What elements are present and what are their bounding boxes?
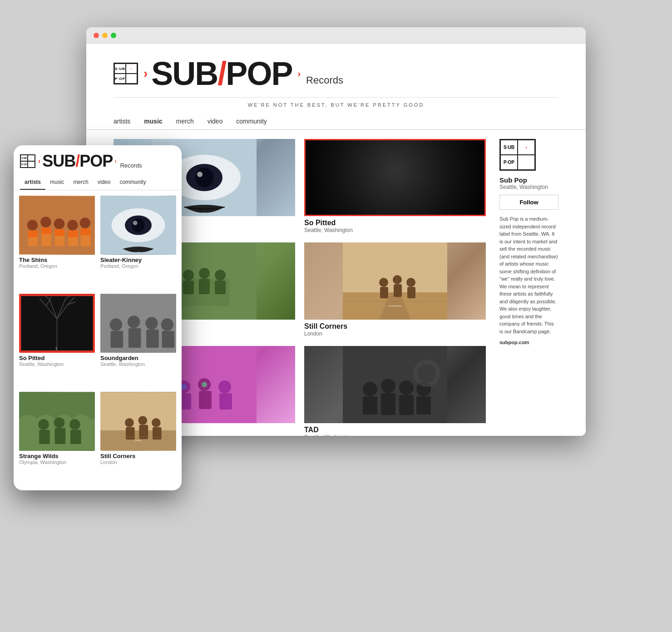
- svg-rect-77: [162, 331, 175, 348]
- mobile-arrow-2-icon: ›: [114, 158, 116, 164]
- mobile-logo-cell-2: ›: [28, 155, 35, 161]
- mobile-artist-loc-so-pitted: Seattle, Washington: [19, 361, 95, 367]
- sidebar-logo-cell-4: [518, 155, 535, 170]
- svg-rect-5: [345, 140, 445, 215]
- svg-point-33: [202, 382, 207, 387]
- artist-image-so-pitted: [304, 139, 486, 216]
- svg-rect-15: [215, 281, 226, 294]
- mobile-artist-loc-sleater-kinney: Portland, Oregon: [100, 263, 176, 269]
- site-navigation: artists music merch video community: [114, 112, 558, 129]
- close-dot[interactable]: [94, 33, 99, 38]
- artist-location-tad: Seattle, Washington: [304, 434, 486, 436]
- mobile-artist-name-strange-wilds: Strange Wilds: [19, 453, 95, 459]
- svg-point-19: [379, 278, 388, 287]
- sidebar-url[interactable]: subpop.com: [499, 340, 558, 345]
- logo-cell-2: ›: [126, 64, 137, 74]
- svg-rect-6: [346, 141, 445, 214]
- svg-point-23: [406, 278, 415, 287]
- svg-rect-22: [394, 284, 402, 297]
- svg-point-46: [27, 220, 38, 231]
- nav-item-music[interactable]: music: [144, 118, 162, 129]
- mobile-records-label: Records: [120, 162, 142, 171]
- logo-area: S·UB › P·OP › SUB/POP › Records: [114, 53, 558, 98]
- mobile-card-soundgarden[interactable]: Soundgarden Seattle, Washington: [100, 294, 176, 386]
- svg-point-21: [393, 275, 402, 284]
- follow-button[interactable]: Follow: [499, 195, 558, 210]
- svg-rect-56: [28, 231, 38, 237]
- browser-titlebar: [86, 27, 586, 44]
- svg-rect-82: [55, 428, 66, 444]
- svg-rect-71: [111, 331, 124, 348]
- svg-point-10: [183, 270, 194, 281]
- mobile-nav-merch[interactable]: merch: [69, 175, 93, 190]
- sidebar-logo-cell-3: P·OP: [500, 155, 518, 170]
- svg-rect-42: [416, 396, 431, 415]
- mobile-artist-loc-soundgarden: Seattle, Washington: [100, 361, 176, 367]
- mobile-nav-video[interactable]: video: [93, 175, 115, 190]
- artist-card-tad[interactable]: TAD Seattle, Washington: [304, 346, 486, 436]
- mobile-artist-loc-the-shins: Portland, Oregon: [19, 263, 95, 269]
- minimize-dot[interactable]: [102, 33, 108, 38]
- svg-rect-20: [380, 287, 388, 298]
- artist-location-still-corners: London: [304, 331, 486, 337]
- mobile-nav-community[interactable]: community: [115, 175, 150, 190]
- sidebar-description: Sub Pop is a medium-sized independent re…: [499, 215, 558, 335]
- svg-rect-38: [381, 393, 395, 415]
- mobile-nav-artists[interactable]: artists: [20, 175, 45, 190]
- nav-item-merch[interactable]: merch: [176, 118, 194, 129]
- svg-point-35: [363, 382, 377, 396]
- mobile-header: S·UB › P·OP › SUB/POP › Records artists …: [14, 145, 182, 190]
- mobile-artist-image-the-shins: [19, 196, 95, 255]
- svg-rect-40: [399, 395, 414, 415]
- site-tagline: WE'RE NOT THE BEST, BUT WE'RE PRETTY GOO…: [114, 98, 558, 112]
- svg-point-32: [181, 384, 187, 390]
- mobile-card-strange-wilds[interactable]: Strange Wilds Olympia, Washington: [19, 392, 95, 484]
- svg-rect-68: [56, 347, 57, 350]
- mobile-logo-row: S·UB › P·OP › SUB/POP › Records: [20, 152, 175, 171]
- svg-point-76: [161, 318, 174, 331]
- svg-rect-58: [55, 229, 65, 236]
- svg-rect-13: [183, 281, 194, 294]
- svg-point-72: [128, 316, 140, 328]
- mobile-card-sleater-kinney[interactable]: Sleater-Kinney Portland, Oregon: [100, 196, 176, 288]
- mobile-nav-music[interactable]: music: [45, 175, 69, 190]
- svg-point-83: [69, 419, 80, 430]
- expand-dot[interactable]: [111, 33, 116, 38]
- browser-dots: [94, 33, 116, 38]
- mobile-card-so-pitted[interactable]: So Pitted Seattle, Washington: [19, 294, 95, 386]
- svg-point-4: [197, 172, 203, 177]
- mobile-artist-image-still-corners: [100, 392, 176, 451]
- svg-point-12: [215, 270, 226, 281]
- artist-card-so-pitted[interactable]: So Pitted Seattle, Washington: [304, 139, 486, 233]
- svg-rect-80: [39, 430, 50, 444]
- svg-point-50: [54, 218, 65, 229]
- mobile-logo-cell-4: [28, 161, 35, 168]
- mobile-card-the-shins[interactable]: The Shins Portland, Oregon: [19, 196, 95, 288]
- logo-cell-1: S·UB: [114, 64, 126, 74]
- nav-item-community[interactable]: community: [236, 118, 267, 129]
- nav-item-video[interactable]: video: [208, 118, 222, 129]
- sidebar-logo-cell-2: ›: [518, 140, 535, 155]
- svg-rect-75: [146, 330, 159, 348]
- mobile-artist-image-strange-wilds: [19, 392, 95, 451]
- mobile-site-title: SUB/POP: [42, 152, 113, 171]
- mobile-arrow-icon: ›: [38, 157, 40, 165]
- mobile-artist-name-sleater-kinney: Sleater-Kinney: [100, 257, 176, 263]
- artist-card-still-corners[interactable]: Still Corners London: [304, 242, 486, 337]
- svg-rect-24: [407, 287, 415, 298]
- mobile-artist-name-the-shins: The Shins: [19, 257, 95, 263]
- sidebar-label-name: Sub Pop: [499, 176, 558, 184]
- mobile-card-still-corners[interactable]: Still Corners London: [100, 392, 176, 484]
- nav-item-artists[interactable]: artists: [114, 118, 130, 129]
- svg-point-44: [418, 364, 436, 382]
- mobile-overlay: S·UB › P·OP › SUB/POP › Records artists …: [14, 145, 182, 490]
- svg-rect-87: [100, 392, 176, 430]
- svg-point-11: [199, 268, 210, 279]
- mobile-artist-name-still-corners: Still Corners: [100, 453, 176, 459]
- svg-point-79: [38, 419, 49, 430]
- svg-rect-29: [199, 391, 212, 409]
- artist-name-so-pitted: So Pitted: [304, 219, 486, 227]
- artist-name-still-corners: Still Corners: [304, 322, 486, 331]
- svg-rect-73: [128, 328, 141, 348]
- artist-location-so-pitted: Seattle, Washington: [304, 227, 486, 233]
